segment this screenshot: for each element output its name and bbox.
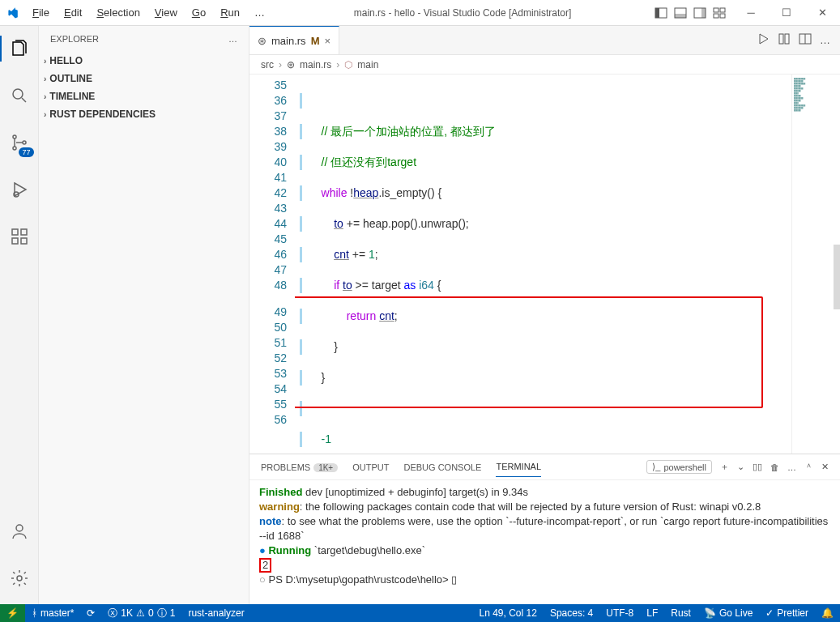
terminal[interactable]: Finished dev [unoptimized + debuginfo] t… — [249, 480, 840, 604]
tab-main-rs[interactable]: ⊛ main.rs M × — [249, 26, 339, 54]
close-button[interactable]: ✕ — [804, 0, 840, 26]
menu-more[interactable]: … — [248, 3, 271, 22]
minimize-button[interactable]: ─ — [733, 0, 769, 26]
status-bar: ⚡ ᚼ master* ⟳ ⓧ 1K ⚠ 0 ⓘ 1 rust-analyzer… — [0, 604, 840, 622]
menu-file[interactable]: FFileile — [26, 3, 56, 22]
svg-rect-3 — [675, 14, 686, 18]
status-notifications[interactable]: 🔔 — [815, 607, 840, 619]
status-golive[interactable]: 📡 Go Live — [697, 607, 759, 619]
panel: PROBLEMS1K+ OUTPUT DEBUG CONSOLE TERMINA… — [249, 454, 840, 604]
toggle-secondary-sidebar-icon[interactable] — [693, 6, 707, 20]
toggle-primary-sidebar-icon[interactable] — [654, 6, 668, 20]
svg-rect-15 — [12, 229, 18, 235]
svg-point-20 — [17, 576, 22, 581]
panel-tab-problems[interactable]: PROBLEMS1K+ — [261, 458, 338, 477]
terminal-split-icon[interactable]: ▯▯ — [753, 462, 762, 472]
tab-close-icon[interactable]: × — [324, 35, 330, 47]
code-editor[interactable]: 3536373839404142434445464748495051525354… — [249, 75, 840, 454]
split-editor-icon[interactable] — [799, 32, 812, 48]
activity-run-debug[interactable] — [0, 173, 39, 206]
split-diff-icon[interactable] — [778, 32, 791, 48]
terminal-dropdown-icon[interactable]: ⌄ — [737, 462, 744, 472]
activity-search[interactable] — [0, 79, 39, 112]
status-branch[interactable]: ᚼ master* — [25, 604, 80, 622]
editor-area: ⊛ main.rs M × … src› ⊛main.rs› ⬡main 353… — [249, 26, 840, 604]
panel-tab-output[interactable]: OUTPUT — [352, 458, 389, 477]
activity-settings[interactable] — [0, 562, 39, 594]
svg-point-12 — [13, 147, 16, 150]
layout-controls — [654, 6, 733, 20]
menu-bar: FFileile Edit Selection View Go Run … — [26, 3, 271, 22]
section-rust-deps[interactable]: ›RUST DEPENDENCIES — [39, 105, 249, 123]
run-icon[interactable] — [757, 32, 770, 48]
activity-explorer[interactable] — [0, 32, 39, 65]
status-rust-analyzer[interactable]: rust-analyzer — [181, 604, 250, 622]
svg-rect-6 — [714, 8, 718, 12]
terminal-delete-icon[interactable]: 🗑 — [770, 462, 779, 472]
svg-rect-9 — [720, 14, 725, 18]
status-language[interactable]: Rust — [664, 607, 697, 619]
menu-view[interactable]: View — [148, 3, 184, 22]
svg-rect-17 — [12, 238, 18, 244]
svg-rect-22 — [785, 34, 789, 44]
svg-point-19 — [16, 525, 23, 531]
scm-badge: 77 — [19, 147, 33, 157]
panel-more-icon[interactable]: … — [787, 462, 796, 472]
terminal-shell-select[interactable]: ⟩_ powershell — [646, 460, 712, 474]
annotation-output-box: 2 — [259, 558, 271, 573]
menu-go[interactable]: Go — [185, 3, 212, 22]
menu-edit[interactable]: Edit — [58, 3, 88, 22]
gutter: 3536373839404142434445464748495051525354… — [249, 75, 295, 454]
panel-tab-debug[interactable]: DEBUG CONSOLE — [403, 458, 481, 477]
svg-rect-5 — [701, 8, 706, 18]
status-prettier[interactable]: ✓ Prettier — [759, 607, 815, 619]
sidebar-header: EXPLORER … — [39, 26, 249, 52]
status-sync[interactable]: ⟳ — [80, 604, 101, 622]
panel-tab-terminal[interactable]: TERMINAL — [496, 457, 541, 477]
breadcrumbs[interactable]: src› ⊛main.rs› ⬡main — [249, 55, 840, 75]
status-problems[interactable]: ⓧ 1K ⚠ 0 ⓘ 1 — [101, 604, 181, 622]
panel-close-icon[interactable]: ✕ — [821, 462, 829, 472]
section-hello[interactable]: ›HELLO — [39, 52, 249, 70]
title-bar: FFileile Edit Selection View Go Run … ma… — [0, 0, 840, 26]
panel-tabs: PROBLEMS1K+ OUTPUT DEBUG CONSOLE TERMINA… — [249, 454, 840, 480]
tab-label: main.rs — [271, 35, 306, 47]
sidebar-explorer: EXPLORER … ›HELLO ›OUTLINE ›TIMELINE ›RU… — [39, 26, 249, 604]
svg-rect-18 — [21, 238, 27, 244]
status-remote[interactable]: ⚡ — [0, 604, 25, 622]
svg-point-11 — [13, 135, 16, 138]
status-cursor[interactable]: Ln 49, Col 12 — [472, 607, 543, 619]
sidebar-more-icon[interactable]: … — [228, 34, 237, 44]
toggle-panel-icon[interactable] — [673, 6, 688, 20]
window-title: main.rs - hello - Visual Studio Code [Ad… — [271, 7, 654, 19]
section-timeline[interactable]: ›TIMELINE — [39, 87, 249, 105]
status-encoding[interactable]: UTF-8 — [599, 607, 640, 619]
code-content[interactable]: // 最后一个加油站的位置, 都达到了 // 但还没有到target while… — [295, 75, 791, 454]
svg-rect-21 — [779, 34, 783, 44]
svg-rect-8 — [714, 14, 718, 18]
maximize-button[interactable]: ☐ — [769, 0, 804, 26]
activity-bar: 77 — [0, 26, 39, 604]
customize-layout-icon[interactable] — [712, 6, 727, 20]
activity-account[interactable] — [0, 515, 39, 547]
section-outline[interactable]: ›OUTLINE — [39, 70, 249, 87]
activity-source-control[interactable]: 77 — [0, 126, 39, 159]
window-controls: ─ ☐ ✕ — [733, 0, 840, 26]
activity-extensions[interactable] — [0, 220, 39, 253]
svg-point-13 — [23, 141, 26, 144]
terminal-new-icon[interactable]: ＋ — [720, 461, 729, 473]
status-eol[interactable]: LF — [640, 607, 664, 619]
menu-run[interactable]: Run — [214, 3, 246, 22]
menu-selection[interactable]: Selection — [90, 3, 146, 22]
svg-rect-1 — [655, 8, 659, 18]
minimap-scrollbar[interactable] — [834, 245, 840, 309]
svg-rect-16 — [21, 229, 27, 235]
panel-maximize-icon[interactable]: ＾ — [804, 461, 813, 473]
rust-file-icon: ⊛ — [258, 35, 266, 47]
svg-point-10 — [13, 89, 23, 99]
minimap[interactable]: ████████████████████████████████████████… — [791, 75, 840, 454]
editor-more-icon[interactable]: … — [820, 34, 830, 46]
status-spaces[interactable]: Spaces: 4 — [544, 607, 599, 619]
svg-rect-7 — [720, 8, 725, 12]
tab-dirty-indicator: M — [311, 35, 320, 47]
